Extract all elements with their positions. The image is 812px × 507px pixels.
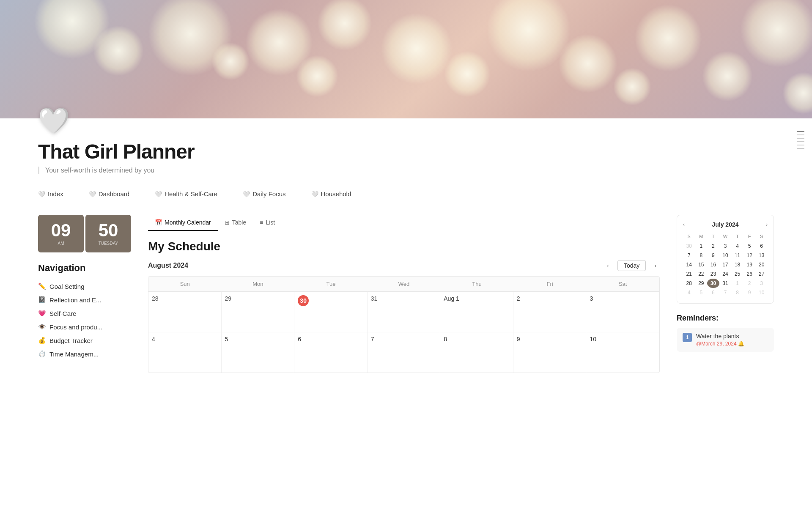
mini-cal-prev-button[interactable]: ‹ (683, 222, 685, 227)
cal-cell-31[interactable]: 31 (368, 292, 441, 332)
mini-day-21[interactable]: 21 (683, 269, 695, 279)
schedule-next-button[interactable]: › (651, 260, 660, 271)
tab-monthly-calendar[interactable]: 📅 Monthly Calendar (148, 215, 218, 231)
today-button[interactable]: Today (617, 260, 646, 271)
mini-day-31[interactable]: 31 (719, 279, 732, 288)
mini-cal-dow-row: S M T W T F S (683, 233, 768, 240)
mini-day-8-next[interactable]: 8 (731, 288, 743, 297)
mini-day-13[interactable]: 13 (755, 251, 768, 260)
mini-day-5[interactable]: 5 (743, 241, 756, 251)
tab-table[interactable]: ⊞ Table (218, 215, 253, 231)
nav-self-care[interactable]: 💗 Self-Care (38, 307, 131, 320)
scroll-indicator (797, 131, 804, 149)
reminder-text: Water the plants (696, 333, 744, 340)
heart-icon-large: 🤍 (38, 106, 774, 136)
schedule-prev-button[interactable]: ‹ (604, 260, 612, 271)
nav-household[interactable]: 🤍 Household (311, 186, 351, 202)
mini-day-3-next[interactable]: 3 (755, 279, 768, 288)
scroll-line-1 (797, 131, 804, 132)
cal-cell-30-today[interactable]: 30 (294, 292, 368, 332)
mini-day-18[interactable]: 18 (731, 260, 743, 269)
nav-budget[interactable]: 💰 Budget Tracker (38, 334, 131, 347)
mini-day-7-next[interactable]: 7 (719, 288, 732, 297)
nav-focus[interactable]: 👁️ Focus and produ... (38, 320, 131, 334)
cal-cell-aug5[interactable]: 5 (222, 332, 295, 373)
mini-day-1-next[interactable]: 1 (731, 279, 743, 288)
mini-day-22[interactable]: 22 (695, 269, 708, 279)
scroll-line-5 (797, 145, 804, 145)
tab-list[interactable]: ≡ List (253, 215, 282, 231)
mini-calendar-title: July 2024 (712, 221, 738, 228)
mini-day-25[interactable]: 25 (731, 269, 743, 279)
mini-day-28[interactable]: 28 (683, 279, 695, 288)
mini-cal-next-button[interactable]: › (766, 222, 768, 227)
mini-day-2[interactable]: 2 (707, 241, 719, 251)
mini-cal-week-5: 4 5 6 7 8 9 10 (683, 288, 768, 297)
main-layout: 09 AM 50 TUESDAY Navigation ✏️ Goal Sett… (38, 215, 774, 373)
mini-day-19[interactable]: 19 (743, 260, 756, 269)
mini-day-29[interactable]: 29 (695, 279, 708, 288)
cal-cell-aug7[interactable]: 7 (368, 332, 441, 373)
clock-ampm: AM (46, 241, 76, 246)
mini-day-10[interactable]: 10 (719, 251, 732, 260)
mini-day-1[interactable]: 1 (695, 241, 708, 251)
heart-icon-health: 🤍 (155, 191, 162, 197)
mini-day-26[interactable]: 26 (743, 269, 756, 279)
page-content: 🤍 That Girl Planner Your self-worth is d… (0, 106, 812, 373)
clock-widget: 09 AM 50 TUESDAY (38, 215, 131, 252)
mini-day-27[interactable]: 27 (755, 269, 768, 279)
mini-day-30-today[interactable]: 30 (707, 279, 719, 288)
mini-day-15[interactable]: 15 (695, 260, 708, 269)
cal-cell-28[interactable]: 28 (148, 292, 222, 332)
mini-day-9-next[interactable]: 9 (743, 288, 756, 297)
mini-day-4-next[interactable]: 4 (683, 288, 695, 297)
mini-day-6-next[interactable]: 6 (707, 288, 719, 297)
nav-goal-setting[interactable]: ✏️ Goal Setting (38, 280, 131, 293)
right-sidebar: ‹ July 2024 › S M T W T F S (677, 215, 774, 352)
dow-sat: Sat (586, 277, 659, 291)
mini-day-10-next[interactable]: 10 (755, 288, 768, 297)
mini-day-12[interactable]: 12 (743, 251, 756, 260)
focus-icon: 👁️ (38, 323, 46, 331)
mini-day-5-next[interactable]: 5 (695, 288, 708, 297)
mini-day-14[interactable]: 14 (683, 260, 695, 269)
cal-cell-29[interactable]: 29 (222, 292, 295, 332)
cal-cell-aug1[interactable]: Aug 1 (440, 292, 513, 332)
cal-cell-aug10[interactable]: 10 (586, 332, 659, 373)
cal-cell-aug2[interactable]: 2 (513, 292, 587, 332)
cal-cell-aug3[interactable]: 3 (586, 292, 659, 332)
mini-day-17[interactable]: 17 (719, 260, 732, 269)
calendar-tabs: 📅 Monthly Calendar ⊞ Table ≡ List (148, 215, 660, 231)
nav-time[interactable]: ⏱️ Time Managem... (38, 347, 131, 361)
heart-icon-index: 🤍 (38, 191, 45, 197)
mini-day-11[interactable]: 11 (731, 251, 743, 260)
cal-cell-aug8[interactable]: 8 (440, 332, 513, 373)
budget-icon: 💰 (38, 337, 46, 344)
mini-cal-week-4: 28 29 30 31 1 2 3 (683, 279, 768, 288)
nav-health[interactable]: 🤍 Health & Self-Care (155, 186, 217, 202)
clock-day: TUESDAY (93, 241, 123, 246)
mini-day-20[interactable]: 20 (755, 260, 768, 269)
nav-daily-focus[interactable]: 🤍 Daily Focus (243, 186, 285, 202)
mini-day-6[interactable]: 6 (755, 241, 768, 251)
reminders-title: Reminders: (677, 314, 774, 323)
mini-day-16[interactable]: 16 (707, 260, 719, 269)
nav-dashboard[interactable]: 🤍 Dashboard (89, 186, 129, 202)
clock-hour: 09 (46, 222, 76, 239)
mini-day-8[interactable]: 8 (695, 251, 708, 260)
mini-day-4[interactable]: 4 (731, 241, 743, 251)
cal-cell-aug9[interactable]: 9 (513, 332, 587, 373)
mini-day-9[interactable]: 9 (707, 251, 719, 260)
nav-index[interactable]: 🤍 Index (38, 186, 63, 202)
mini-day-23[interactable]: 23 (707, 269, 719, 279)
cal-cell-aug6[interactable]: 6 (294, 332, 368, 373)
mini-day-24[interactable]: 24 (719, 269, 732, 279)
mini-day-3[interactable]: 3 (719, 241, 732, 251)
time-icon: ⏱️ (38, 350, 46, 358)
mini-day-30-prev[interactable]: 30 (683, 241, 695, 251)
mini-day-7[interactable]: 7 (683, 251, 695, 260)
reminder-content: Water the plants @March 29, 2024 🔔 (696, 333, 744, 347)
mini-day-2-next[interactable]: 2 (743, 279, 756, 288)
cal-cell-aug4[interactable]: 4 (148, 332, 222, 373)
nav-reflection[interactable]: 📓 Reflection and E... (38, 293, 131, 307)
